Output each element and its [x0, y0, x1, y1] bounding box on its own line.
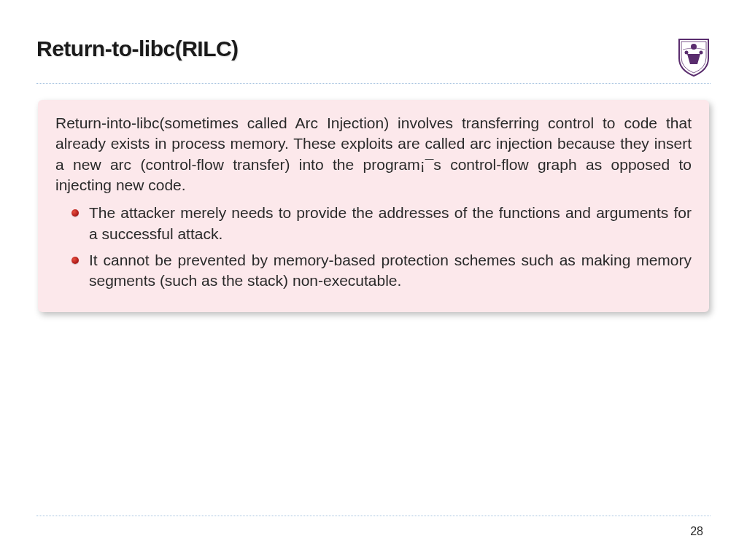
- header-row: Return-to-libc(RILC): [36, 36, 711, 77]
- list-item: It cannot be prevented by memory-based p…: [76, 250, 692, 292]
- slide-container: Return-to-libc(RILC) Return-into-libc(so…: [0, 0, 747, 560]
- list-item: The attacker merely needs to provide the…: [76, 203, 692, 244]
- top-divider: [36, 83, 711, 84]
- page-number: 28: [690, 525, 703, 538]
- svg-point-2: [700, 51, 703, 55]
- intro-paragraph: Return-into-libc(sometimes called Arc In…: [55, 113, 692, 195]
- page-title: Return-to-libc(RILC): [36, 36, 239, 61]
- svg-point-0: [691, 44, 697, 50]
- bullet-list: The attacker merely needs to provide the…: [55, 203, 692, 291]
- university-logo: [677, 36, 711, 77]
- content-box: Return-into-libc(sometimes called Arc In…: [38, 100, 709, 312]
- svg-point-1: [685, 51, 689, 55]
- shield-icon: [677, 36, 711, 77]
- bottom-divider: [36, 516, 711, 516]
